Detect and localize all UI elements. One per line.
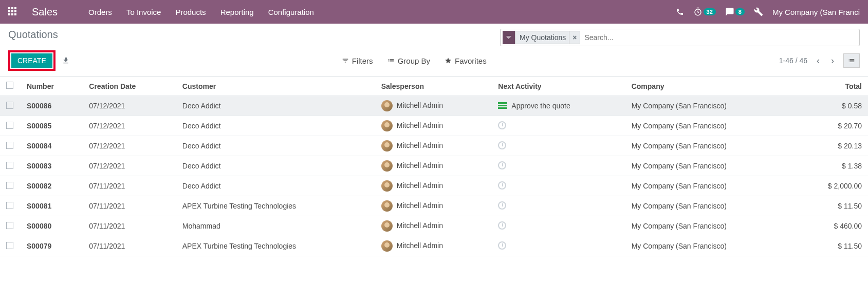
cell-activity[interactable]: Approve the quote [492, 96, 625, 116]
pager-prev[interactable]: ‹ [815, 53, 822, 68]
app-brand[interactable]: Sales [32, 6, 58, 18]
clock-icon[interactable] [498, 141, 506, 149]
cell-total: $ 11.50 [795, 236, 868, 256]
breadcrumb: Quotations [8, 29, 500, 41]
filter-chip-remove[interactable]: × [569, 31, 580, 44]
company-switcher[interactable]: My Company (San Franci [772, 8, 860, 16]
cell-company: My Company (San Francisco) [625, 156, 795, 176]
cell-date: 07/12/2021 [83, 116, 176, 136]
filter-chip-label: My Quotations [515, 31, 569, 44]
select-all-checkbox[interactable] [6, 82, 13, 89]
groupby-button[interactable]: Group By [387, 56, 430, 65]
cell-date: 07/11/2021 [83, 236, 176, 256]
cell-activity[interactable] [492, 116, 625, 136]
cell-total: $ 20.13 [795, 136, 868, 156]
nav-to-invoice[interactable]: To Invoice [126, 8, 161, 16]
cell-customer: Mohammad [176, 216, 375, 236]
col-salesperson[interactable]: Salesperson [375, 77, 492, 96]
nav-configuration[interactable]: Configuration [268, 8, 314, 16]
clock-icon[interactable] [498, 221, 506, 230]
cell-date: 07/11/2021 [83, 216, 176, 236]
filters-label: Filters [352, 56, 373, 65]
cell-date: 07/12/2021 [83, 136, 176, 156]
cell-activity[interactable] [492, 176, 625, 196]
nav-orders[interactable]: Orders [88, 8, 112, 16]
cell-number: S00081 [21, 196, 83, 216]
cell-salesperson: Mitchell Admin [375, 236, 492, 256]
col-creation-date[interactable]: Creation Date [83, 77, 176, 96]
table-row[interactable]: S0008107/11/2021APEX Turbine Testing Tec… [0, 196, 868, 216]
search-bar[interactable]: My Quotations × [500, 29, 860, 46]
row-checkbox[interactable] [6, 182, 13, 189]
cell-activity[interactable] [492, 196, 625, 216]
cell-number: S00082 [21, 176, 83, 196]
table-row[interactable]: S0008507/12/2021Deco AddictMitchell Admi… [0, 116, 868, 136]
favorites-button[interactable]: Favorites [445, 56, 487, 65]
cell-company: My Company (San Francisco) [625, 236, 795, 256]
debug-icon[interactable] [754, 7, 763, 16]
pager-text: 1-46 / 46 [779, 56, 807, 65]
row-checkbox[interactable] [6, 242, 13, 249]
cell-date: 07/11/2021 [83, 176, 176, 196]
nav-products[interactable]: Products [175, 8, 206, 16]
search-input[interactable] [582, 31, 857, 44]
cell-total: $ 2,000.00 [795, 176, 868, 196]
cell-customer: APEX Turbine Testing Technologies [176, 196, 375, 216]
avatar [381, 220, 393, 232]
messages-badge: 8 [735, 8, 745, 15]
cell-activity[interactable] [492, 136, 625, 156]
cell-number: S00079 [21, 236, 83, 256]
import-button[interactable] [62, 56, 70, 65]
clock-icon[interactable] [498, 181, 506, 190]
table-row[interactable]: S0008307/12/2021Deco AddictMitchell Admi… [0, 156, 868, 176]
cell-total: $ 1.38 [795, 156, 868, 176]
avatar [381, 160, 393, 172]
phone-icon[interactable] [676, 8, 684, 16]
clock-icon[interactable] [498, 161, 506, 169]
table-row[interactable]: S0007907/11/2021APEX Turbine Testing Tec… [0, 236, 868, 256]
cell-customer: Deco Addict [176, 156, 375, 176]
cell-company: My Company (San Francisco) [625, 116, 795, 136]
col-number[interactable]: Number [21, 77, 83, 96]
clock-icon[interactable] [498, 121, 506, 129]
row-checkbox[interactable] [6, 142, 13, 149]
row-checkbox[interactable] [6, 102, 13, 109]
clock-icon[interactable] [498, 201, 506, 210]
row-checkbox[interactable] [6, 222, 13, 229]
search-filter-chip: My Quotations × [503, 31, 580, 44]
row-checkbox[interactable] [6, 202, 13, 209]
col-customer[interactable]: Customer [176, 77, 375, 96]
cell-total: $ 11.50 [795, 196, 868, 216]
row-checkbox[interactable] [6, 162, 13, 169]
table-row[interactable]: S0008607/12/2021Deco AddictMitchell Admi… [0, 96, 868, 116]
table-row[interactable]: S0008007/11/2021MohammadMitchell AdminMy… [0, 216, 868, 236]
nav-links: Orders To Invoice Products Reporting Con… [88, 8, 314, 16]
quotations-table: Number Creation Date Customer Salesperso… [0, 77, 868, 256]
table-row[interactable]: S0008407/12/2021Deco AddictMitchell Admi… [0, 136, 868, 156]
table-row[interactable]: S0008207/11/2021Deco AddictMitchell Admi… [0, 176, 868, 196]
cell-date: 07/12/2021 [83, 96, 176, 116]
cell-activity[interactable] [492, 156, 625, 176]
activity-text: Approve the quote [511, 102, 570, 110]
clock-icon[interactable] [498, 241, 506, 250]
messages-icon[interactable]: 8 [725, 7, 745, 16]
col-total[interactable]: Total [795, 77, 868, 96]
col-next-activity[interactable]: Next Activity [492, 77, 625, 96]
pager-next[interactable]: › [829, 53, 836, 68]
avatar [381, 140, 393, 152]
task-icon [498, 102, 507, 109]
cell-salesperson: Mitchell Admin [375, 96, 492, 116]
cell-activity[interactable] [492, 216, 625, 236]
cell-activity[interactable] [492, 236, 625, 256]
apps-icon[interactable] [8, 7, 17, 16]
create-button[interactable]: CREATE [11, 53, 52, 68]
list-view-button[interactable] [843, 53, 860, 68]
row-checkbox[interactable] [6, 122, 13, 129]
favorites-label: Favorites [455, 56, 487, 65]
filters-button[interactable]: Filters [342, 56, 373, 65]
cell-number: S00080 [21, 216, 83, 236]
cell-company: My Company (San Francisco) [625, 216, 795, 236]
nav-reporting[interactable]: Reporting [220, 8, 254, 16]
col-company[interactable]: Company [625, 77, 795, 96]
timer-icon[interactable]: 32 [693, 7, 716, 16]
